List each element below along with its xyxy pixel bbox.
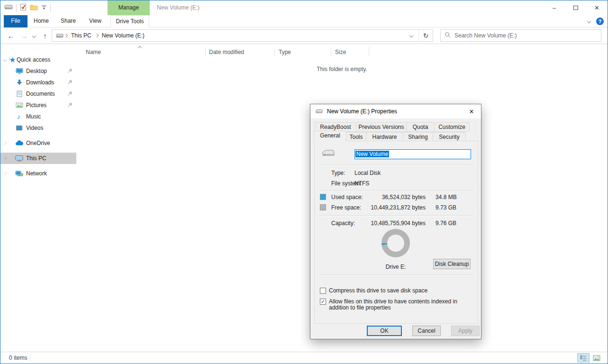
cancel-button[interactable]: Cancel	[412, 326, 441, 336]
free-space-size: 9.73 GB	[436, 204, 456, 211]
sidebar-item-label: This PC	[26, 155, 46, 162]
videos-icon	[16, 125, 23, 131]
column-header-date-modified[interactable]: Date modified	[209, 46, 244, 58]
chevron-right-icon[interactable]	[3, 141, 7, 145]
apply-button: Apply	[451, 326, 480, 336]
tab-quota[interactable]: Quota	[406, 122, 435, 132]
sidebar-item-this-pc[interactable]: This PC	[0, 153, 76, 164]
empty-folder-message: This folder is empty.	[76, 66, 608, 73]
network-icon	[15, 170, 23, 177]
column-header-type[interactable]: Type	[279, 46, 291, 58]
sidebar-item-documents[interactable]: Documents	[0, 88, 76, 100]
column-divider[interactable]	[331, 47, 331, 56]
sidebar-item-music[interactable]: ♪ Music	[0, 111, 76, 122]
maximize-button[interactable]	[565, 0, 586, 15]
tab-drive-tools[interactable]: Drive Tools	[110, 15, 149, 27]
properties-icon[interactable]	[20, 3, 27, 12]
sort-ascending-icon	[138, 46, 142, 50]
search-box	[440, 29, 601, 42]
sidebar-item-onedrive[interactable]: OneDrive	[0, 137, 76, 149]
capacity-bytes: 10,485,755,904 bytes	[354, 220, 426, 227]
large-icons-view-button[interactable]	[590, 353, 603, 363]
sidebar-item-pictures[interactable]: Pictures	[0, 100, 76, 111]
sidebar-item-label: Network	[26, 170, 47, 177]
tab-general[interactable]: General	[314, 131, 346, 142]
address-dropdown-icon[interactable]	[404, 30, 418, 41]
address-bar: ← → ↑ This PC New Volume (E:) ↻	[0, 27, 608, 44]
capacity-size: 9.76 GB	[436, 220, 456, 227]
item-count: 0 items	[9, 352, 27, 364]
tab-home[interactable]: Home	[29, 15, 54, 27]
tab-customize[interactable]: Customize	[434, 122, 470, 132]
maximize-icon	[573, 6, 578, 10]
drive-icon	[4, 4, 13, 11]
selected-text: New Volume	[355, 151, 389, 157]
properties-dialog: New Volume (E:) Properties ✕ ReadyBoost …	[310, 104, 481, 339]
chevron-right-icon[interactable]	[3, 156, 7, 160]
sidebar-item-network[interactable]: Network	[0, 168, 76, 179]
column-divider[interactable]	[205, 47, 206, 56]
tab-readyboost[interactable]: ReadyBoost	[315, 122, 356, 132]
sidebar-item-quick-access[interactable]: Quick access	[0, 54, 76, 65]
column-divider[interactable]	[274, 47, 275, 56]
breadcrumb-new-volume[interactable]: New Volume (E:)	[99, 32, 147, 39]
index-checkbox[interactable]: ✓	[320, 299, 326, 305]
disk-cleanup-button[interactable]: Disk Cleanup	[433, 259, 471, 269]
desktop-icon	[16, 68, 23, 74]
documents-icon	[17, 91, 22, 97]
dialog-tabs: ReadyBoost Previous Versions Quota Custo…	[314, 122, 469, 142]
sidebar-item-downloads[interactable]: Downloads	[0, 77, 76, 88]
new-folder-icon[interactable]	[30, 4, 38, 12]
ok-button[interactable]: OK	[367, 326, 402, 336]
index-checkbox-label[interactable]: Allow files on this drive to have conten…	[329, 299, 477, 311]
donut-hole	[387, 235, 404, 252]
column-divider[interactable]	[369, 47, 369, 56]
tab-hardware[interactable]: Hardware	[366, 132, 403, 141]
column-header-name[interactable]: Name	[86, 46, 101, 58]
dialog-close-button[interactable]: ✕	[462, 104, 481, 118]
recent-locations-icon[interactable]	[30, 27, 38, 44]
dialog-title: New Volume (E:) Properties	[327, 108, 397, 115]
quick-access-toolbar	[4, 0, 51, 15]
dialog-titlebar: New Volume (E:) Properties ✕	[310, 104, 481, 118]
tab-security[interactable]: Security	[433, 132, 466, 141]
chevron-down-icon[interactable]	[3, 58, 7, 62]
tab-share[interactable]: Share	[55, 15, 82, 27]
tab-view[interactable]: View	[82, 15, 108, 27]
chevron-right-icon[interactable]	[3, 172, 7, 175]
tab-previous-versions[interactable]: Previous Versions	[356, 122, 407, 132]
details-view-button[interactable]	[577, 353, 590, 363]
sidebar-item-videos[interactable]: Videos	[0, 122, 76, 134]
separator	[319, 190, 473, 191]
this-pc-icon	[15, 155, 23, 162]
column-header-size[interactable]: Size	[335, 46, 346, 58]
separator	[319, 164, 473, 165]
breadcrumb-chevron-icon[interactable]	[64, 34, 68, 37]
pin-icon	[67, 102, 73, 109]
breadcrumb-chevron-icon[interactable]	[94, 34, 98, 37]
customize-qat-icon[interactable]	[41, 4, 47, 11]
up-button[interactable]: ↑	[39, 27, 51, 44]
tab-file[interactable]: File	[4, 15, 27, 27]
help-icon[interactable]: ?	[596, 18, 604, 25]
close-button[interactable]: ✕	[586, 0, 608, 15]
expand-ribbon-icon[interactable]	[587, 19, 591, 23]
manage-contextual-tab[interactable]: Manage	[108, 0, 150, 15]
volume-label-input[interactable]: New Volume	[354, 149, 471, 159]
minimize-button[interactable]: –	[544, 0, 565, 15]
search-input[interactable]	[454, 32, 597, 39]
tab-tools[interactable]: Tools	[346, 132, 366, 141]
downloads-icon	[16, 79, 23, 86]
ribbon-right-controls: ?	[588, 15, 604, 27]
pin-icon	[67, 80, 73, 86]
compress-checkbox[interactable]	[320, 288, 326, 294]
back-button[interactable]: ←	[5, 27, 17, 44]
drive-letter-label: Drive E:	[358, 264, 434, 270]
compress-checkbox-label[interactable]: Compress this drive to save disk space	[329, 288, 477, 294]
forward-button[interactable]: →	[18, 27, 30, 44]
refresh-icon[interactable]: ↻	[418, 30, 433, 41]
address-box[interactable]: This PC New Volume (E:) ↻	[52, 29, 433, 42]
sidebar-item-desktop[interactable]: Desktop	[0, 65, 76, 77]
tab-sharing[interactable]: Sharing	[403, 132, 433, 141]
breadcrumb-this-pc[interactable]: This PC	[68, 32, 94, 39]
